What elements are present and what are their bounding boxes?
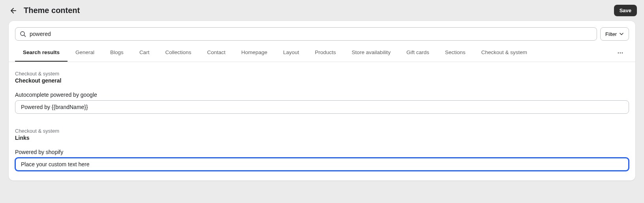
section-category: Checkout & system (15, 128, 629, 134)
top-bar: Theme content Save (0, 0, 644, 21)
search-wrap (15, 27, 597, 41)
section-checkout-general: Checkout & system Checkout general Autoc… (15, 71, 629, 114)
back-button[interactable] (7, 5, 18, 16)
tabs-more-button[interactable] (612, 46, 629, 60)
section-links: Checkout & system Links Powered by shopi… (15, 128, 629, 171)
section-title: Checkout general (15, 77, 629, 84)
tab-sections[interactable]: Sections (437, 44, 473, 62)
tab-products[interactable]: Products (307, 44, 344, 62)
tab-homepage[interactable]: Homepage (233, 44, 275, 62)
content-card: Filter Search results General Blogs Cart… (9, 21, 635, 180)
filter-label: Filter (605, 31, 617, 37)
arrow-left-icon (9, 7, 17, 15)
tab-contact[interactable]: Contact (199, 44, 233, 62)
tabs: Search results General Blogs Cart Collec… (9, 44, 635, 62)
svg-point-3 (620, 52, 621, 53)
field-label: Powered by shopify (15, 149, 629, 155)
section-title: Links (15, 135, 629, 141)
dots-horizontal-icon (617, 50, 623, 56)
toolbar: Filter (9, 21, 635, 44)
tab-blogs[interactable]: Blogs (102, 44, 131, 62)
autocomplete-powered-input[interactable] (15, 100, 629, 114)
search-input[interactable] (15, 27, 597, 41)
tab-collections[interactable]: Collections (157, 44, 199, 62)
tab-general[interactable]: General (68, 44, 102, 62)
tab-store-availability[interactable]: Store availability (344, 44, 398, 62)
field-label: Autocomplete powered by google (15, 92, 629, 98)
svg-point-2 (618, 52, 619, 53)
powered-by-shopify-input[interactable] (15, 158, 629, 171)
chevron-down-icon (619, 32, 624, 36)
results-content: Checkout & system Checkout general Autoc… (9, 62, 635, 180)
page-title: Theme content (24, 6, 608, 15)
tab-search-results[interactable]: Search results (15, 44, 68, 62)
tab-layout[interactable]: Layout (275, 44, 307, 62)
save-button[interactable]: Save (614, 5, 637, 16)
tab-cart[interactable]: Cart (131, 44, 158, 62)
section-category: Checkout & system (15, 71, 629, 77)
svg-point-4 (622, 52, 623, 53)
tab-checkout-system[interactable]: Checkout & system (473, 44, 535, 62)
filter-button[interactable]: Filter (600, 27, 629, 41)
tab-gift-cards[interactable]: Gift cards (398, 44, 437, 62)
